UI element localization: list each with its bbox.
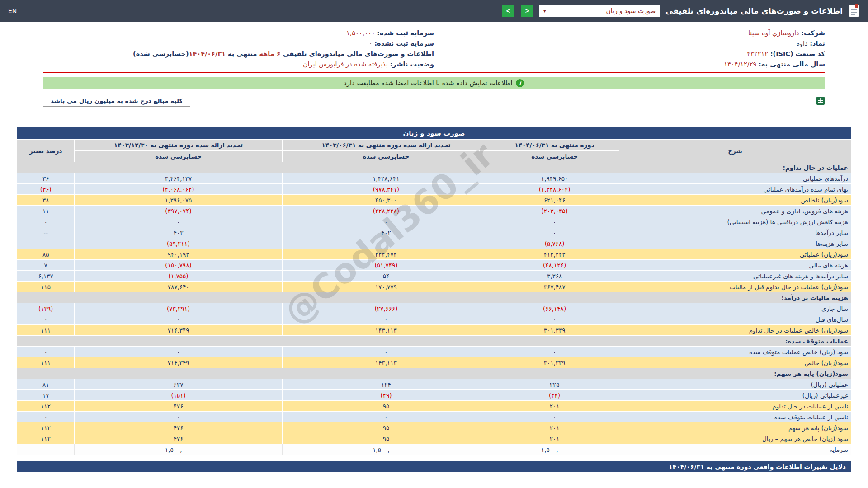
statement-title-bar: صورت سود و زیان — [17, 127, 851, 139]
row-value-0: ۰ — [490, 412, 619, 422]
company-field: شرکت: داروسازي آوه سينا — [434, 28, 825, 38]
row-change: ۰ — [17, 314, 75, 325]
row-change: ۱۱۵ — [17, 282, 75, 292]
row-value-1: ۰ — [282, 238, 490, 249]
nav-back-button[interactable]: < — [502, 5, 514, 17]
registered-capital-value: ۱,۵۰۰,۰۰۰ — [346, 29, 375, 37]
statement-select[interactable]: صورت سود و زیان ▾ — [539, 5, 660, 17]
nav-forward-button[interactable]: > — [521, 5, 533, 17]
row-change: ۱۱۲ — [17, 422, 75, 433]
statement-row: سود(زیان) ناخالص۶۲۱,۰۴۶۴۵۰,۳۰۰۱,۳۹۶,۰۷۵۳… — [17, 195, 851, 206]
row-label: سایر درآمدها — [619, 227, 851, 238]
row-value-1: ۱۴۳,۱۱۳ — [282, 325, 490, 336]
row-change: ۱۱۱ — [17, 357, 75, 368]
row-value-0: ۲۲۵ — [490, 379, 619, 390]
row-value-2: ۴۷۶ — [75, 422, 282, 433]
row-value-0: (۶۶,۱۴۸) — [490, 303, 619, 314]
statement-row: سود(زیان) خالص عملیات در حال تداوم۳۰۱,۳۳… — [17, 325, 851, 336]
fiscal-year-value: ۱۴۰۴/۱۲/۲۹ — [724, 61, 756, 68]
statement-row: عملیاتي (ریال)۲۲۵۱۲۴۶۲۷۸۱ — [17, 379, 851, 390]
row-value-1: (۹۷۸,۳۴۱) — [282, 184, 490, 195]
row-value-1: (۲۷,۶۶۶) — [282, 303, 490, 314]
language-toggle-en[interactable]: EN — [8, 7, 17, 14]
fiscal-year-field: سال مالی منتهی به: ۱۴۰۴/۱۲/۲۹ — [434, 59, 825, 70]
statement-row: سایر هزینه‌ها(۵,۷۶۸)۰(۵۹,۲۱۱)-- — [17, 238, 851, 249]
row-label: سود(زیان) ناخالص — [619, 195, 851, 206]
row-value-1: ۴۰۲ — [282, 227, 490, 238]
row-change: ۱۱۲ — [17, 433, 75, 444]
row-value-2: ۴۰۳ — [75, 227, 282, 238]
statement-row: هزینه های فروش، اداری و عمومی(۲۰۳,۰۳۵)(۲… — [17, 206, 851, 216]
row-value-2: ۱,۳۹۶,۰۷۵ — [75, 195, 282, 206]
row-value-0: ۰ — [490, 314, 619, 325]
row-value-1: (۲۹) — [282, 390, 490, 401]
registered-capital-field: سرمایه ثبت شده: ۱,۵۰۰,۰۰۰ — [43, 28, 434, 38]
statement-row: درآمدهای عملیاتي۱,۹۴۹,۶۵۰۱,۴۲۸,۶۴۱۳,۴۶۴,… — [17, 173, 851, 184]
row-value-2: (۲,۰۶۸,۰۶۲) — [75, 184, 282, 195]
chevron-down-icon: ▾ — [543, 8, 546, 14]
row-change: ۳۶ — [17, 173, 75, 184]
column-header-period-2: تجدید ارائه شده دوره منتهی به ۱۴۰۳/۱۲/۳۰ — [75, 140, 282, 151]
row-value-0: (۲۴) — [490, 390, 619, 401]
section-label: هزینه مالیات بر درآمد: — [17, 292, 851, 303]
row-change: ۰ — [17, 412, 75, 422]
row-change: ۱۱۱ — [17, 325, 75, 336]
statement-row: غیرعملیاتي (ریال)(۲۴)(۲۹)(۱۵۱)۱۷ — [17, 390, 851, 401]
excel-export-icon[interactable] — [816, 96, 825, 105]
note-row: کلیه مبالغ درج شده به میلیون ریال می باش… — [43, 95, 825, 107]
row-label: سایر هزینه‌ها — [619, 238, 851, 249]
row-value-1: ۱,۴۲۸,۶۴۱ — [282, 173, 490, 184]
income-statement-table: شرح دوره منتهی به ۱۴۰۴/۰۶/۳۱ تجدید ارائه… — [17, 139, 851, 455]
row-label: عملیاتي (ریال) — [619, 379, 851, 390]
audit-subheader-0: حسابرسی شده — [490, 151, 619, 162]
codal-logo-icon — [848, 4, 860, 18]
row-value-0: ۲۰۱ — [490, 422, 619, 433]
row-value-2: (۱,۷۵۵) — [75, 271, 282, 282]
statement-select-value: صورت سود و زیان — [606, 7, 656, 14]
row-value-1: ۱۷۰,۷۷۹ — [282, 282, 490, 292]
row-value-2: (۱۵۱) — [75, 390, 282, 401]
row-value-1: ۱۴۳,۱۱۳ — [282, 357, 490, 368]
row-value-0: ۲۰۱ — [490, 401, 619, 412]
row-value-1: ۱۲۴ — [282, 379, 490, 390]
statement-row: سال جاری(۶۶,۱۴۸)(۲۷,۶۶۶)(۷۳,۲۹۱)(۱۳۹) — [17, 303, 851, 314]
row-value-1: ۰ — [282, 347, 490, 357]
row-value-2: (۵۹,۲۱۱) — [75, 238, 282, 249]
row-value-0: ۲۰۱ — [490, 433, 619, 444]
row-change: ۰ — [17, 444, 75, 455]
statement-row: هزینه های مالی(۴۸,۱۲۴)(۵۱,۷۴۹)(۱۵۰,۷۹۸)۷ — [17, 260, 851, 271]
row-value-2: (۷۳,۲۹۱) — [75, 303, 282, 314]
row-value-2: ۷۸۷,۶۴۰ — [75, 282, 282, 292]
statement-row: هزینه کاهش ارزش دریافتني ها (هزینه استثن… — [17, 216, 851, 227]
row-value-2: ۷۱۴,۳۴۹ — [75, 325, 282, 336]
company-info-section: شرکت: داروسازي آوه سينا سرمایه ثبت شده: … — [0, 22, 868, 73]
row-label: سود (زیان) خالص عملیات متوقف شده — [619, 347, 851, 357]
row-label: سود(زیان) پایه هر سهم — [619, 422, 851, 433]
section-label: عملیات متوقف شده: — [17, 336, 851, 347]
unregistered-capital-field: سرمایه ثبت نشده: ۰ — [43, 38, 434, 49]
row-value-1: ۵۴ — [282, 271, 490, 282]
currency-note: کلیه مبالغ درج شده به میلیون ریال می باش… — [43, 95, 190, 107]
row-value-0: ۰ — [490, 216, 619, 227]
symbol-value: داوه — [796, 40, 807, 47]
row-value-2: ۷۱۴,۳۴۹ — [75, 357, 282, 368]
row-label: بهای تمام شده درآمدهای عملیاتي — [619, 184, 851, 195]
column-header-period-1: تجدید ارائه شده دوره منتهی به ۱۴۰۳/۰۶/۳۱ — [282, 140, 490, 151]
row-value-0: (۱,۳۲۸,۶۰۴) — [490, 184, 619, 195]
row-value-2: ۰ — [75, 314, 282, 325]
row-change: -- — [17, 227, 75, 238]
column-header-period-0: دوره منتهی به ۱۴۰۴/۰۶/۳۱ — [490, 140, 619, 151]
banner-text: اطلاعات نمایش داده شده با اطلاعات امضا ش… — [344, 80, 513, 87]
row-change: ۳۸ — [17, 195, 75, 206]
section-label: عملیات در حال تداوم: — [17, 162, 851, 173]
row-value-1: ۴۵۰,۳۰۰ — [282, 195, 490, 206]
row-value-2: (۱۵۰,۷۹۸) — [75, 260, 282, 271]
audit-subheader-2: حسابرسی شده — [75, 151, 282, 162]
statement-row: سال‌های قبل۰۰۰۰ — [17, 314, 851, 325]
row-value-2: ۴۷۶ — [75, 433, 282, 444]
row-label: سود(زیان) خالص عملیات در حال تداوم — [619, 325, 851, 336]
section-label: سود(زیان) پایه هر سهم: — [17, 368, 851, 379]
row-value-1: ۹۵ — [282, 433, 490, 444]
statement-row: ناشي از عملیات متوقف شده۰۰۰۰ — [17, 412, 851, 422]
report-period-note: اطلاعات و صورت‌های مالی میاندوره‌ای تلفی… — [43, 49, 434, 59]
